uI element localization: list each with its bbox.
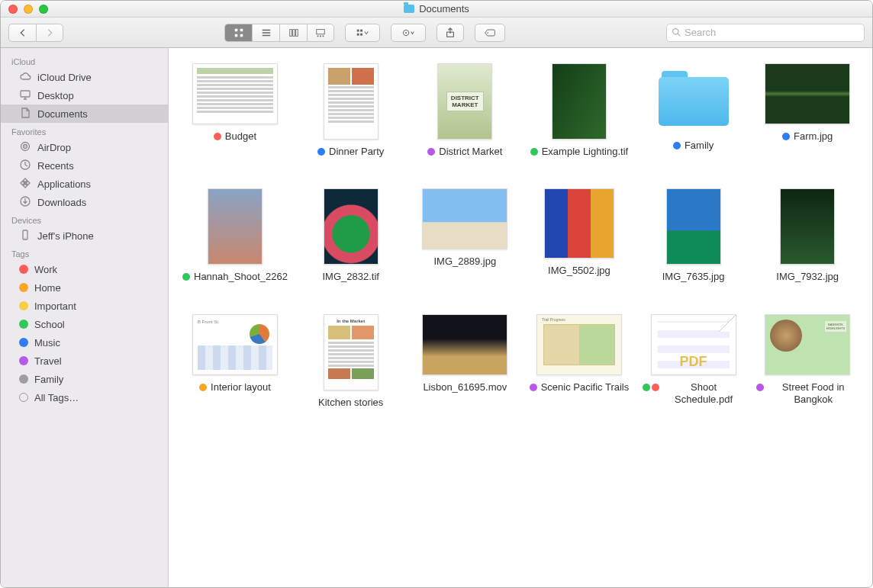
file-name: IMG_5502.jpg — [548, 265, 610, 277]
sidebar-item-label: iCloud Drive — [37, 72, 92, 83]
action-menu-button[interactable] — [391, 24, 426, 42]
sidebar-item-all-tags-[interactable]: All Tags… — [1, 388, 168, 406]
sidebar-item-music[interactable]: Music — [1, 333, 168, 352]
svg-rect-3 — [240, 34, 243, 37]
file-name-label: Example Lighting.tif — [542, 146, 628, 158]
toolbar — [1, 18, 872, 48]
sidebar-item-home[interactable]: Home — [1, 278, 168, 297]
file-name-label: Family — [685, 140, 714, 152]
sidebar-item-label: Family — [34, 374, 63, 385]
file-item[interactable]: In the MarketKitchen stories — [300, 314, 402, 409]
tag-dot-purple-icon — [756, 384, 764, 391]
svg-rect-6 — [295, 29, 298, 36]
file-name: Example Lighting.tif — [530, 146, 628, 158]
sidebar-item-label: Recents — [37, 160, 74, 172]
file-item[interactable]: Family — [643, 63, 745, 158]
clock-icon — [19, 159, 31, 173]
tag-dot-purple-icon — [427, 148, 435, 156]
tag-dot-orange-icon — [199, 384, 207, 391]
sidebar-item-important[interactable]: Important — [1, 297, 168, 315]
svg-rect-11 — [357, 29, 359, 31]
forward-button[interactable] — [36, 24, 63, 42]
file-item[interactable]: Example Lighting.tif — [528, 63, 630, 158]
file-name: Street Food in Bangkok — [756, 381, 859, 406]
file-item[interactable]: DISTRICTMARKETDistrict Market — [414, 63, 517, 158]
sidebar-item-family[interactable]: Family — [1, 370, 168, 388]
search-field[interactable] — [666, 24, 865, 42]
file-name: IMG_2832.tif — [322, 271, 379, 283]
file-thumbnail — [324, 188, 379, 265]
tag-dot-red-icon — [214, 133, 221, 140]
group-by-button[interactable] — [345, 24, 380, 42]
sidebar-item-label: All Tags… — [34, 392, 79, 403]
svg-rect-20 — [21, 91, 30, 97]
svg-rect-1 — [240, 28, 243, 31]
icon-view-button[interactable] — [224, 24, 252, 42]
svg-rect-8 — [317, 35, 319, 37]
svg-rect-13 — [360, 29, 362, 31]
file-name: Kitchen stories — [318, 397, 383, 409]
sidebar-item-label: Applications — [37, 178, 91, 190]
sidebar-item-travel[interactable]: Travel — [1, 352, 168, 370]
file-name: IMG_7932.jpg — [776, 271, 839, 283]
tag-dot-red-icon — [652, 384, 659, 391]
file-item[interactable]: IMG_2889.jpg — [414, 188, 517, 283]
file-item[interactable]: IMG_5502.jpg — [528, 188, 630, 283]
sidebar-item-downloads[interactable]: Downloads — [1, 193, 168, 211]
titlebar: Documents — [1, 1, 872, 18]
sidebar-item-label: AirDrop — [37, 142, 71, 153]
file-item[interactable]: Trail ProgressScenic Pacific Trails — [528, 314, 630, 409]
sidebar-item-label: Documents — [37, 108, 88, 120]
file-item[interactable]: Hannah_Shoot_2262 — [182, 188, 288, 283]
sidebar-item-work[interactable]: Work — [1, 260, 168, 278]
sidebar-item-icloud-drive[interactable]: iCloud Drive — [1, 68, 168, 86]
tag-dot-green-icon — [643, 384, 650, 391]
desktop-icon — [19, 88, 31, 103]
sidebar-item-documents[interactable]: Documents — [1, 104, 168, 123]
file-item[interactable]: IMG_7635.jpg — [643, 188, 745, 283]
file-item[interactable]: Lisbon_61695.mov — [414, 314, 517, 409]
file-name-label: IMG_5502.jpg — [548, 265, 610, 277]
file-name-label: IMG_7635.jpg — [662, 271, 725, 283]
tags-button[interactable] — [475, 24, 505, 42]
sidebar-item-desktop[interactable]: Desktop — [1, 86, 168, 104]
content-area[interactable]: BudgetDinner PartyDISTRICTMARKETDistrict… — [169, 48, 872, 587]
sidebar-item-school[interactable]: School — [1, 315, 168, 333]
sidebar-section-header: Tags — [1, 245, 168, 260]
file-thumbnail: In the Market — [324, 314, 379, 390]
file-name-label: Scenic Pacific Trails — [541, 381, 630, 394]
gallery-view-button[interactable] — [307, 24, 334, 42]
file-name: Shoot Schedule.pdf — [643, 381, 745, 406]
sidebar-item-applications[interactable]: Applications — [1, 175, 168, 193]
column-view-button[interactable] — [279, 24, 307, 42]
file-item[interactable]: PDFShoot Schedule.pdf — [643, 314, 745, 409]
file-item[interactable]: IMG_7932.jpg — [756, 188, 859, 283]
file-name: Hannah_Shoot_2262 — [182, 271, 288, 283]
file-item[interactable]: IMG_2832.tif — [300, 188, 402, 283]
back-button[interactable] — [8, 24, 36, 42]
tag-color-purple-icon — [19, 356, 28, 365]
sidebar: iCloudiCloud DriveDesktopDocumentsFavori… — [1, 48, 169, 587]
svg-point-18 — [487, 32, 488, 34]
file-item[interactable]: Farm.jpg — [756, 63, 859, 158]
file-item[interactable]: Budget — [182, 63, 288, 158]
sidebar-item-jeff-s-iphone[interactable]: Jeff's iPhone — [1, 227, 168, 245]
sidebar-item-recents[interactable]: Recents — [1, 156, 168, 175]
share-button[interactable] — [436, 24, 464, 42]
finder-window: Documents — [0, 0, 873, 588]
file-thumbnail — [544, 188, 614, 259]
sidebar-item-airdrop[interactable]: AirDrop — [1, 138, 168, 156]
tag-dot-blue-icon — [317, 148, 325, 156]
file-item[interactable]: BANGKOKHIGHLIGHTSStreet Food in Bangkok — [756, 314, 859, 409]
svg-point-23 — [24, 146, 26, 147]
file-name: District Market — [427, 146, 502, 158]
file-item[interactable]: B Front St.Interior layout — [182, 314, 288, 409]
file-name-label: Dinner Party — [329, 146, 384, 158]
iphone-icon — [19, 229, 31, 243]
file-item[interactable]: Dinner Party — [300, 63, 402, 158]
file-name-label: Kitchen stories — [318, 397, 383, 409]
svg-point-27 — [24, 237, 25, 238]
list-view-button[interactable] — [252, 24, 279, 42]
search-input[interactable] — [685, 27, 859, 38]
folder-icon — [404, 5, 414, 13]
